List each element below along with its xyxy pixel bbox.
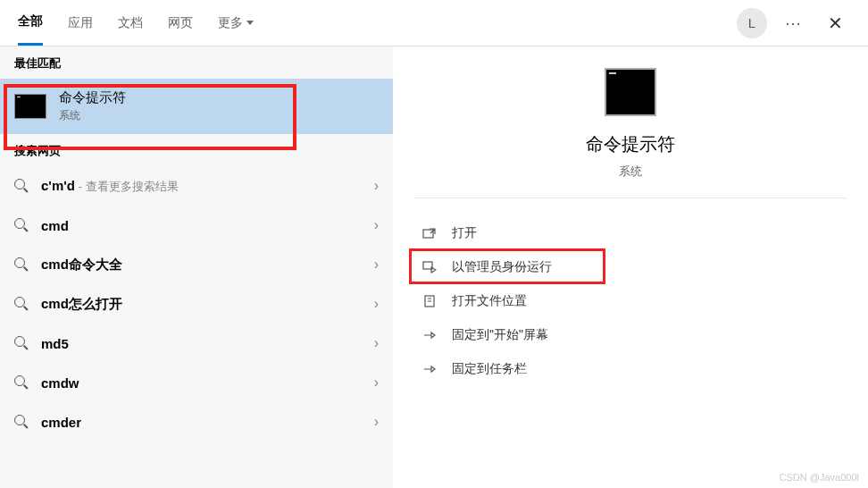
- best-match-header: 最佳匹配: [0, 46, 393, 79]
- avatar[interactable]: L: [737, 8, 767, 38]
- chevron-right-icon: ›: [374, 335, 379, 351]
- best-match-title: 命令提示符: [59, 89, 126, 106]
- folder-icon: [421, 294, 438, 308]
- search-icon: [14, 179, 29, 193]
- preview-pane: 命令提示符 系统 打开 以管理员身份运行 打开文件位置: [393, 46, 868, 488]
- search-item-6[interactable]: cmder ›: [0, 402, 393, 442]
- search-icon: [14, 415, 29, 429]
- chevron-right-icon: ›: [374, 217, 379, 233]
- search-item-4[interactable]: md5 ›: [0, 324, 393, 363]
- chevron-right-icon: ›: [374, 414, 379, 430]
- search-icon: [14, 257, 29, 272]
- tab-all[interactable]: 全部: [18, 0, 43, 46]
- web-search-header: 搜索网页: [0, 134, 393, 166]
- action-pin-start[interactable]: 固定到"开始"屏幕: [414, 318, 847, 352]
- best-match-item[interactable]: 命令提示符 系统: [0, 79, 393, 134]
- open-icon: [421, 226, 438, 240]
- preview-title: 命令提示符: [414, 132, 847, 156]
- close-button[interactable]: ✕: [821, 9, 850, 38]
- tab-docs[interactable]: 文档: [118, 0, 143, 46]
- header: 全部 应用 文档 网页 更多 L ⋯ ✕: [0, 0, 868, 46]
- watermark: CSDN @Java000l: [780, 472, 859, 483]
- chevron-down-icon: [246, 21, 254, 25]
- action-pin-taskbar[interactable]: 固定到任务栏: [414, 352, 847, 386]
- search-icon: [14, 375, 29, 390]
- search-item-5[interactable]: cmdw ›: [0, 363, 393, 402]
- chevron-right-icon: ›: [374, 257, 379, 273]
- results-pane: 最佳匹配 命令提示符 系统 搜索网页 c'm'd - 查看更多搜索结果 › cm…: [0, 46, 393, 488]
- action-open-location[interactable]: 打开文件位置: [414, 284, 847, 318]
- search-icon: [14, 218, 29, 232]
- svg-rect-0: [423, 230, 433, 238]
- search-icon: [14, 336, 29, 350]
- more-options-button[interactable]: ⋯: [785, 13, 803, 33]
- action-open[interactable]: 打开: [414, 216, 847, 250]
- best-match-subtitle: 系统: [59, 108, 126, 123]
- admin-icon: [421, 260, 438, 274]
- tab-apps[interactable]: 应用: [68, 0, 93, 46]
- chevron-right-icon: ›: [374, 178, 379, 194]
- search-item-1[interactable]: cmd ›: [0, 206, 393, 245]
- action-run-as-admin[interactable]: 以管理员身份运行: [414, 250, 847, 284]
- preview-subtitle: 系统: [414, 164, 847, 180]
- pin-icon: [421, 362, 438, 376]
- tab-bar: 全部 应用 文档 网页 更多: [18, 0, 254, 46]
- pin-icon: [421, 328, 438, 342]
- chevron-right-icon: ›: [374, 296, 379, 312]
- tab-more[interactable]: 更多: [218, 0, 254, 46]
- search-icon: [14, 297, 29, 311]
- cmd-icon: [605, 68, 656, 116]
- search-item-2[interactable]: cmd命令大全 ›: [0, 245, 393, 284]
- tab-web[interactable]: 网页: [168, 0, 193, 46]
- chevron-right-icon: ›: [374, 374, 379, 391]
- cmd-icon: [14, 94, 46, 119]
- search-item-0[interactable]: c'm'd - 查看更多搜索结果 ›: [0, 166, 393, 206]
- search-item-3[interactable]: cmd怎么打开 ›: [0, 284, 393, 324]
